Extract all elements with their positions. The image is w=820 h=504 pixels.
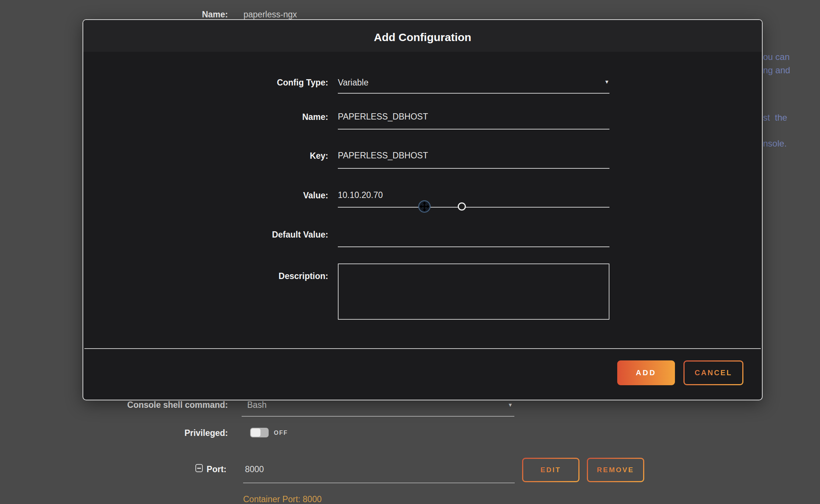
dialog-title: Add Configuration xyxy=(83,31,762,44)
value-underline xyxy=(338,207,609,208)
default-value-underline xyxy=(338,246,609,247)
edit-button[interactable]: EDIT xyxy=(522,458,579,482)
cancel-button[interactable]: CANCEL xyxy=(683,360,743,385)
config-type-select[interactable]: Variable xyxy=(338,78,609,88)
name-field-label: Name: xyxy=(130,10,228,20)
circle-marker-icon xyxy=(458,202,466,211)
container-port-note: Container Port: 8000 xyxy=(243,494,322,504)
name-input[interactable] xyxy=(338,111,609,122)
console-shell-label: Console shell command: xyxy=(111,400,228,410)
name-field-value: paperless-ngx xyxy=(243,10,297,20)
key-label: Key: xyxy=(83,151,328,161)
console-shell-select[interactable]: Bash xyxy=(247,400,266,410)
console-shell-underline xyxy=(242,416,514,417)
value-input[interactable] xyxy=(338,189,609,201)
port-value[interactable]: 8000 xyxy=(245,464,264,474)
chevron-down-icon[interactable]: ▼ xyxy=(604,79,609,84)
privileged-state: OFF xyxy=(274,430,288,436)
help-text-fragment: nsole. xyxy=(763,138,787,149)
privileged-label: Privileged: xyxy=(111,428,228,438)
dialog-header: Add Configuration xyxy=(83,20,762,52)
add-button[interactable]: ADD xyxy=(617,360,675,385)
toggle-knob xyxy=(251,429,261,437)
description-textarea[interactable] xyxy=(338,263,609,320)
docker-template-page: Name: paperless-ngx ou can ng and st the… xyxy=(0,0,820,504)
footer-separator xyxy=(84,348,761,349)
name-underline xyxy=(338,129,609,130)
chevron-down-icon[interactable]: ▼ xyxy=(508,402,513,407)
config-type-underline xyxy=(338,93,609,94)
port-underline xyxy=(243,483,515,483)
help-text-fragment: ng and xyxy=(763,65,790,75)
value-label: Value: xyxy=(83,191,328,201)
default-value-input[interactable] xyxy=(338,228,609,240)
help-text-fragment: st the xyxy=(763,112,787,123)
name-label: Name: xyxy=(83,112,328,122)
description-label: Description: xyxy=(83,271,328,281)
default-value-label: Default Value: xyxy=(83,230,328,240)
key-input[interactable] xyxy=(338,149,609,161)
privileged-toggle[interactable] xyxy=(250,428,269,437)
port-label: Port: xyxy=(167,464,226,474)
move-cursor-icon xyxy=(418,200,431,213)
config-type-label: Config Type: xyxy=(83,78,328,88)
key-underline xyxy=(338,168,609,169)
remove-button[interactable]: REMOVE xyxy=(587,458,644,482)
help-text-fragment: ou can xyxy=(763,52,790,62)
